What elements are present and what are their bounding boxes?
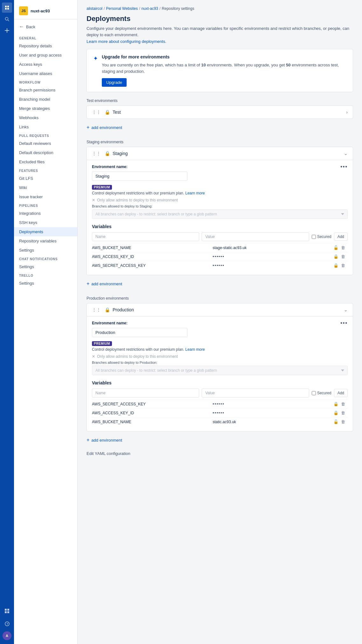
svg-rect-10 xyxy=(5,611,7,613)
production-var-name-input[interactable] xyxy=(92,389,199,397)
production-add-environment[interactable]: + add environment xyxy=(87,434,353,446)
staging-var-key-0: AWS_BUCKET_NAME xyxy=(92,246,210,250)
production-var-delete-icon-0[interactable]: 🗑 xyxy=(341,402,345,406)
test-drag-handle[interactable]: ⋮⋮ xyxy=(92,110,101,115)
sidebar: JS nuxt-ac93 ← Back GENERAL Repository d… xyxy=(14,0,78,644)
sidebar-item-integrations[interactable]: Integrations xyxy=(14,209,77,218)
sidebar-item-merge-strategies[interactable]: Merge strategies xyxy=(14,104,77,113)
production-var-row-0: AWS_SECRET_ACCESS_KEY •••••• 🔒 🗑 xyxy=(92,399,348,408)
production-branches-label: Branches allowed to deploy to Production… xyxy=(92,361,348,364)
staging-var-value-input[interactable] xyxy=(202,232,309,241)
production-env-header[interactable]: ⋮⋮ 🔒 Production ⌄ xyxy=(87,303,353,316)
back-button[interactable]: ← Back xyxy=(14,22,77,31)
staging-env-header[interactable]: ⋮⋮ 🔒 Staging ⌄ xyxy=(87,147,353,160)
sidebar-item-user-group-access[interactable]: User and group access xyxy=(14,51,77,60)
help-icon[interactable]: ? xyxy=(2,619,12,629)
upgrade-content: Upgrade for more environments You are cu… xyxy=(102,54,346,87)
sidebar-item-ssh-keys[interactable]: SSH keys xyxy=(14,218,77,227)
icon-bar: ? A xyxy=(0,0,14,644)
staging-premium-link[interactable]: Learn more xyxy=(185,191,205,195)
staging-var-row-2: AWS_SECRET_ACCESS_KEY •••••• 🔒 🗑 xyxy=(92,261,348,270)
breadcrumb-personal-websites[interactable]: Personal Websites xyxy=(106,6,138,11)
production-var-key-2: AWS_BUCKET_NAME xyxy=(92,420,210,424)
test-env-card: ⋮⋮ 🔒 Test › xyxy=(87,105,353,119)
staging-drag-handle[interactable]: ⋮⋮ xyxy=(92,151,101,156)
sidebar-item-username-aliases[interactable]: Username aliases xyxy=(14,69,77,78)
grid-icon[interactable] xyxy=(2,606,12,616)
edit-yaml-link[interactable]: Edit YAML configuration xyxy=(87,449,353,458)
test-env-header[interactable]: ⋮⋮ 🔒 Test › xyxy=(87,106,353,119)
staging-add-var-button[interactable]: Add xyxy=(334,233,348,241)
production-var-delete-icon-2[interactable]: 🗑 xyxy=(341,419,345,424)
nav-section-features: FEATURES xyxy=(14,166,77,174)
production-var-value-input[interactable] xyxy=(202,389,309,397)
production-var-lock-icon-1[interactable]: 🔒 xyxy=(333,410,338,415)
production-add-var-button[interactable]: Add xyxy=(334,389,348,397)
sidebar-item-links[interactable]: Links xyxy=(14,122,77,132)
staging-env-name-input[interactable] xyxy=(92,172,187,181)
staging-admin-only-label: Only allow admins to deploy to this envi… xyxy=(97,198,178,202)
sidebar-item-deployments[interactable]: Deployments xyxy=(14,227,77,236)
search-icon[interactable] xyxy=(2,14,12,24)
sidebar-item-repo-details[interactable]: Repository details xyxy=(14,41,77,51)
sidebar-item-default-reviewers[interactable]: Default reviewers xyxy=(14,139,77,148)
production-env-name-input[interactable] xyxy=(92,328,187,337)
staging-variables-section: Variables Secured Add AWS_BUCKET_NAME st… xyxy=(92,224,348,270)
sidebar-item-branch-permissions[interactable]: Branch permissions xyxy=(14,85,77,95)
staging-branches-select: All branches can deploy - to restrict: s… xyxy=(92,209,348,219)
staging-field-label-row: Environment name: ••• xyxy=(92,164,348,170)
production-more-options[interactable]: ••• xyxy=(340,320,348,326)
staging-var-lock-icon-1[interactable]: 🔒 xyxy=(333,254,338,259)
breadcrumb-nuxt-ac93[interactable]: nuxt-ac93 xyxy=(142,6,158,11)
sidebar-item-access-keys[interactable]: Access keys xyxy=(14,60,77,69)
production-premium-badge: PREMIUM xyxy=(92,341,112,346)
user-avatar[interactable]: A xyxy=(3,631,11,640)
staging-var-actions-0: 🔓 🗑 xyxy=(333,245,345,250)
sidebar-item-git-lfs[interactable]: Git LFS xyxy=(14,174,77,183)
sidebar-item-issue-tracker[interactable]: Issue tracker xyxy=(14,192,77,201)
sidebar-item-settings-pipelines[interactable]: Settings xyxy=(14,246,77,255)
home-icon[interactable] xyxy=(2,3,12,13)
svg-rect-2 xyxy=(5,8,7,10)
production-var-unlock-icon-2[interactable]: 🔓 xyxy=(333,419,338,424)
page-description: Configure your deployment environments h… xyxy=(87,25,353,38)
staging-var-name-input[interactable] xyxy=(92,232,199,241)
sidebar-item-settings-chat[interactable]: Settings xyxy=(14,262,77,271)
staging-var-delete-icon-0[interactable]: 🗑 xyxy=(341,245,345,250)
staging-var-delete-icon-1[interactable]: 🗑 xyxy=(341,254,345,259)
production-var-lock-icon-0[interactable]: 🔒 xyxy=(333,402,338,406)
production-var-value-0: •••••• xyxy=(213,402,331,406)
sidebar-item-wiki[interactable]: Wiki xyxy=(14,183,77,192)
production-var-delete-icon-1[interactable]: 🗑 xyxy=(341,410,345,415)
production-drag-handle[interactable]: ⋮⋮ xyxy=(92,307,101,312)
staging-var-lock-icon-2[interactable]: 🔒 xyxy=(333,263,338,268)
sidebar-item-excluded-files[interactable]: Excluded files xyxy=(14,157,77,166)
staging-var-unlock-icon-0[interactable]: 🔓 xyxy=(333,245,338,250)
edit-yaml-label: Edit YAML configuration xyxy=(87,451,130,456)
page-learn-more-link[interactable]: Learn more about configuring deployments… xyxy=(87,39,166,44)
staging-var-header: Secured Add xyxy=(92,232,348,241)
upgrade-button[interactable]: Upgrade xyxy=(102,78,127,87)
production-var-row-2: AWS_BUCKET_NAME static.ac93.uk 🔓 🗑 xyxy=(92,417,348,426)
staging-env-name: Staging xyxy=(113,151,341,156)
staging-add-environment[interactable]: + add environment xyxy=(87,278,353,290)
staging-var-delete-icon-2[interactable]: 🗑 xyxy=(341,263,345,268)
production-premium-link[interactable]: Learn more xyxy=(185,347,205,352)
staging-var-value-0: stage-static.ac93.uk xyxy=(213,246,331,250)
sidebar-item-webhooks[interactable]: Webhooks xyxy=(14,113,77,122)
sidebar-item-branching-model[interactable]: Branching model xyxy=(14,95,77,104)
breadcrumb-alistaircol[interactable]: alistaircol xyxy=(87,6,102,11)
production-branches-select: All branches can deploy - to restrict: s… xyxy=(92,366,348,375)
sidebar-item-settings-trello[interactable]: Settings xyxy=(14,279,77,288)
production-add-label: add environment xyxy=(91,438,122,443)
staging-more-options[interactable]: ••• xyxy=(340,164,348,170)
staging-secured-checkbox[interactable] xyxy=(312,235,316,239)
test-add-environment[interactable]: + add environment xyxy=(87,121,353,133)
svg-rect-8 xyxy=(5,609,7,611)
staging-plus-icon: + xyxy=(87,281,89,287)
create-icon[interactable] xyxy=(2,25,12,36)
sidebar-item-repository-variables[interactable]: Repository variables xyxy=(14,236,77,246)
staging-env-name-label: Environment name: xyxy=(92,165,128,169)
production-secured-checkbox[interactable] xyxy=(312,391,316,395)
sidebar-item-default-description[interactable]: Default description xyxy=(14,148,77,157)
